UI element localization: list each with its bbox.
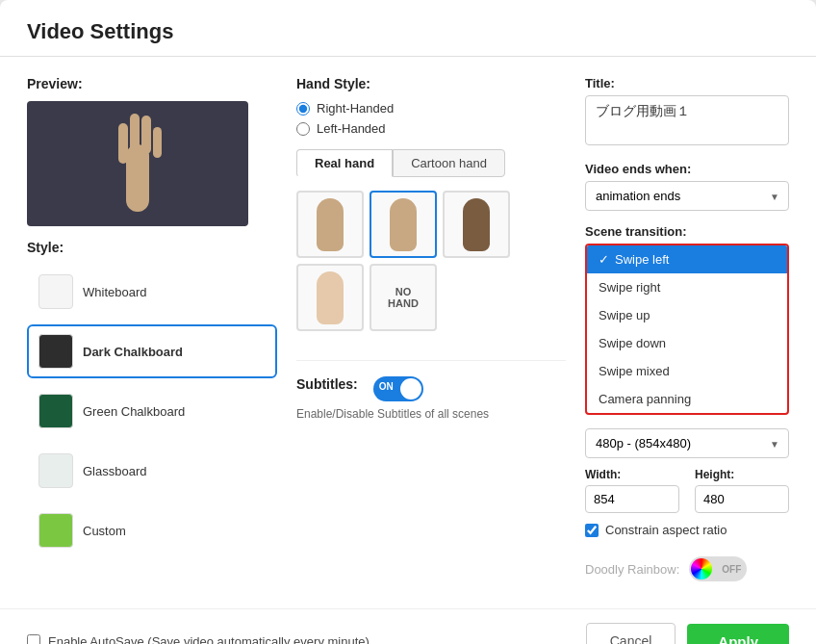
swatch-green-chalkboard <box>38 394 73 428</box>
hand-thumb-3-inner <box>463 198 490 251</box>
preview-image <box>27 101 248 226</box>
right-column: Title: Video ends when: animation ends l… <box>585 76 789 589</box>
style-item-custom[interactable]: Custom <box>27 503 277 557</box>
radio-left-handed-label: Left-Handed <box>317 121 386 136</box>
doodly-rainbow-toggle[interactable]: OFF <box>689 556 747 581</box>
subtitles-section: Subtitles: ON Enable/Disable Subtitles o… <box>296 360 566 421</box>
tab-cartoon-hand[interactable]: Cartoon hand <box>393 149 505 177</box>
height-field: Height: <box>695 468 789 513</box>
constrain-label: Constrain aspect ratio <box>605 523 727 537</box>
transition-option-swipe-right[interactable]: Swipe right <box>587 273 787 301</box>
swatch-glassboard <box>38 453 73 488</box>
apply-button[interactable]: Apply <box>687 624 789 645</box>
toggle-on-label: ON <box>379 381 394 392</box>
width-label: Width: <box>585 468 679 481</box>
left-column: Preview: Style: Whiteboard <box>27 76 277 589</box>
dimensions-row: Width: Height: <box>585 468 789 513</box>
title-field-label: Title: <box>585 76 789 90</box>
style-name-whiteboard: Whiteboard <box>83 285 146 299</box>
style-item-green-chalkboard[interactable]: Green Chalkboard <box>27 384 277 438</box>
subtitles-row: Subtitles: ON <box>296 376 566 401</box>
dropdown-box: ✓ Swipe left Swipe right Swipe up Swipe … <box>585 244 789 415</box>
svg-rect-4 <box>153 127 162 158</box>
swatch-whiteboard <box>38 274 73 309</box>
width-field: Width: <box>585 468 679 513</box>
width-input[interactable] <box>585 485 679 513</box>
style-item-glassboard[interactable]: Glassboard <box>27 444 277 498</box>
video-ends-label: Video ends when: <box>585 162 789 176</box>
transition-option-swipe-mixed[interactable]: Swipe mixed <box>587 357 787 385</box>
style-item-dark-chalkboard[interactable]: Dark Chalkboard <box>27 324 277 378</box>
swatch-dark-chalkboard <box>38 334 73 369</box>
svg-rect-0 <box>126 144 149 212</box>
radio-left-handed-input[interactable] <box>296 122 310 136</box>
transition-option-swipe-down[interactable]: Swipe down <box>587 329 787 357</box>
preview-label: Preview: <box>27 76 277 91</box>
transition-option-camera-panning[interactable]: Camera panning <box>587 385 787 413</box>
hand-thumb-1-inner <box>317 198 344 251</box>
subtitles-description: Enable/Disable Subtitles of all scenes <box>296 407 566 421</box>
hand-style-label: Hand Style: <box>296 76 566 91</box>
modal-body: Preview: Style: Whiteboard <box>0 57 816 608</box>
autosave-row: Enable AutoSave (Save video automaticall… <box>27 634 370 645</box>
style-name-custom: Custom <box>83 524 126 538</box>
video-settings-modal: Video Settings Preview: Style: <box>0 0 816 644</box>
constrain-row: Constrain aspect ratio <box>585 523 789 537</box>
video-ends-select[interactable]: animation ends last slide ends video end… <box>585 181 789 211</box>
scene-transition-dropdown: ✓ Swipe left Swipe right Swipe up Swipe … <box>585 244 789 415</box>
toggle-knob <box>400 378 421 399</box>
middle-column: Hand Style: Right-Handed Left-Handed Rea… <box>296 76 566 589</box>
resolution-select-wrapper: 480p - (854x480) 720p - (1280x720) 1080p… <box>585 428 789 458</box>
height-input[interactable] <box>695 485 789 513</box>
hand-preview-svg <box>109 106 166 221</box>
title-input[interactable] <box>585 95 789 145</box>
cancel-button[interactable]: Cancel <box>586 623 676 644</box>
radio-right-handed-input[interactable] <box>296 102 310 116</box>
svg-rect-2 <box>130 114 140 154</box>
hand-thumb-3[interactable] <box>443 191 510 258</box>
hand-type-tabs: Real hand Cartoon hand <box>296 149 566 177</box>
rainbow-circle-icon <box>691 558 712 580</box>
hand-thumbnail-grid: NOHAND <box>296 191 566 331</box>
constrain-checkbox[interactable] <box>585 524 599 537</box>
radio-right-handed[interactable]: Right-Handed <box>296 101 566 116</box>
style-section-label: Style: <box>27 240 277 255</box>
svg-rect-1 <box>118 123 128 164</box>
swatch-custom <box>38 513 73 548</box>
style-item-whiteboard[interactable]: Whiteboard <box>27 265 277 319</box>
hand-thumb-4[interactable] <box>296 264 364 331</box>
scene-transition-label: Scene transition: <box>585 224 789 239</box>
hand-thumb-4-inner <box>317 271 344 324</box>
svg-rect-3 <box>141 116 151 154</box>
hand-thumb-1[interactable] <box>296 191 364 258</box>
checkmark-icon: ✓ <box>599 252 609 267</box>
resolution-select[interactable]: 480p - (854x480) 720p - (1280x720) 1080p… <box>585 428 789 458</box>
autosave-label: Enable AutoSave (Save video automaticall… <box>48 634 370 645</box>
style-list: Whiteboard Dark Chalkboard Green Chalkbo… <box>27 265 277 557</box>
doodly-rainbow-row: Doodly Rainbow: OFF <box>585 549 789 589</box>
radio-right-handed-label: Right-Handed <box>317 101 394 116</box>
rainbow-off-label: OFF <box>722 564 741 575</box>
subtitles-toggle[interactable]: ON <box>373 376 423 401</box>
modal-title: Video Settings <box>0 0 816 57</box>
tab-real-hand[interactable]: Real hand <box>296 149 393 177</box>
transition-option-swipe-left[interactable]: ✓ Swipe left <box>587 245 787 273</box>
transition-option-swipe-up[interactable]: Swipe up <box>587 301 787 329</box>
footer-left: Enable AutoSave (Save video automaticall… <box>27 634 574 645</box>
radio-left-handed[interactable]: Left-Handed <box>296 121 566 136</box>
hand-thumb-2[interactable] <box>370 191 437 258</box>
hand-orientation-group: Right-Handed Left-Handed <box>296 101 566 136</box>
height-label: Height: <box>695 468 789 481</box>
hand-thumb-2-inner <box>390 198 417 251</box>
style-name-glassboard: Glassboard <box>83 464 146 478</box>
subtitles-label: Subtitles: <box>296 376 358 392</box>
video-ends-select-wrapper: animation ends last slide ends video end… <box>585 181 789 211</box>
style-name-dark-chalkboard: Dark Chalkboard <box>83 345 183 359</box>
style-name-green-chalkboard: Green Chalkboard <box>83 404 185 419</box>
doodly-rainbow-label: Doodly Rainbow: <box>585 562 679 577</box>
hand-thumb-no-hand[interactable]: NOHAND <box>370 264 437 331</box>
autosave-checkbox[interactable] <box>27 634 40 644</box>
no-hand-label: NOHAND <box>388 286 419 309</box>
modal-footer: Enable AutoSave (Save video automaticall… <box>0 608 816 644</box>
